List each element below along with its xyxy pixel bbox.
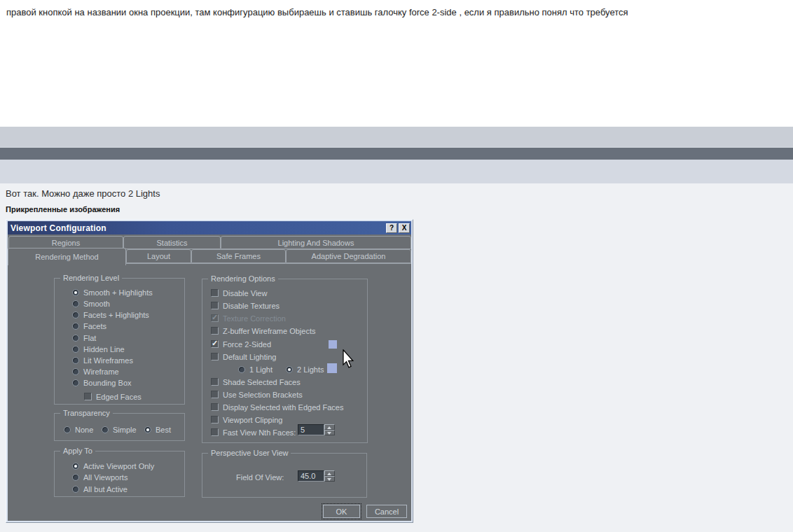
ok-button[interactable]: OK (323, 505, 360, 518)
viewport-configuration-dialog: Viewport Configuration ? X Regions Stati… (6, 219, 413, 523)
radio-wireframe[interactable]: Wireframe (72, 367, 119, 376)
radio-icon (72, 474, 79, 481)
post-separator-bar (0, 148, 793, 160)
radio-all-but-active[interactable]: All but Active (72, 484, 127, 493)
spinner-up-icon[interactable] (324, 424, 335, 430)
checkbox-use-selection-brackets[interactable]: Use Selection Brackets (211, 390, 303, 399)
radio-transparency-simple[interactable]: Simple (102, 425, 137, 434)
checkbox-disable-view[interactable]: Disable View (211, 288, 267, 298)
checkbox-icon (211, 391, 219, 398)
tab-statistics[interactable]: Statistics (123, 236, 221, 249)
checkbox-disable-textures[interactable]: Disable Textures (211, 301, 280, 310)
fast-view-spinner (324, 424, 335, 435)
radio-facets-highlights[interactable]: Facets + Highlights (72, 310, 149, 319)
dialog-titlebar[interactable]: Viewport Configuration ? X (8, 221, 411, 234)
radio-transparency-best[interactable]: Best (144, 425, 171, 434)
checkbox-edged-faces[interactable]: Edged Faces (84, 392, 142, 401)
radio-label: Smooth (83, 300, 110, 308)
post-header-bar: 17/12/2008, 12:06 (0, 160, 793, 183)
radio-label: None (75, 426, 93, 434)
radio-all-viewports[interactable]: All Viewports (72, 472, 127, 482)
radio-smooth[interactable]: Smooth (72, 299, 110, 308)
radio-active-viewport-only[interactable]: Active Viewport Only (72, 461, 154, 470)
checkbox-fast-view-nth-faces[interactable]: Fast View Nth Faces: (211, 428, 296, 437)
field-of-view-input[interactable] (298, 470, 324, 482)
checkbox-icon (211, 289, 219, 297)
radio-icon (72, 346, 79, 353)
checkbox-default-lighting[interactable]: Default Lighting (211, 352, 276, 361)
tab-adaptive-degradation[interactable]: Adaptive Degradation (286, 249, 411, 263)
radio-smooth-highlights[interactable]: Smooth + Highlights (72, 288, 153, 297)
radio-label: Facets + Highlights (83, 311, 149, 319)
radio-icon (72, 379, 79, 386)
rendering-options-group-label: Rendering Options (208, 274, 278, 284)
spinner-up-icon[interactable] (324, 470, 335, 476)
tab-rendering-method[interactable]: Rendering Method (8, 248, 126, 265)
radio-2-lights[interactable]: 2 Lights (286, 365, 324, 374)
checkbox-label: Viewport Clipping (223, 416, 282, 424)
radio-facets[interactable]: Facets (72, 321, 106, 330)
close-button[interactable]: X (399, 223, 410, 233)
checkbox-icon (211, 428, 219, 436)
checkbox-icon (211, 340, 219, 348)
cancel-button[interactable]: Cancel (366, 505, 407, 518)
post-text: правой кнопкой на названии окна проекции… (6, 6, 777, 18)
radio-bounding-box[interactable]: Bounding Box (72, 378, 132, 387)
radio-label: All but Active (83, 485, 127, 493)
tab-lighting-and-shadows[interactable]: Lighting And Shadows (221, 236, 411, 249)
tab-safe-frames[interactable]: Safe Frames (191, 249, 286, 263)
checkbox-icon (84, 393, 92, 400)
radio-label: 2 Lights (297, 365, 324, 374)
checkbox-label: Texture Correction (223, 314, 286, 323)
tab-layout[interactable]: Layout (126, 249, 191, 263)
checkbox-display-selected-with-edged-faces[interactable]: Display Selected with Edged Faces (211, 402, 343, 412)
field-of-view-label: Field Of View: (236, 472, 284, 482)
fast-view-nth-faces-input[interactable] (298, 424, 324, 435)
checkbox-icon (211, 378, 219, 386)
checkbox-icon (211, 327, 219, 335)
radio-icon (72, 486, 79, 493)
radio-icon (72, 323, 79, 330)
dialog-title: Viewport Configuration (11, 223, 385, 233)
spinner-down-icon[interactable] (324, 476, 335, 482)
checkbox-icon (211, 416, 219, 424)
checkbox-shade-selected-faces[interactable]: Shade Selected Faces (211, 377, 301, 386)
checkbox-icon (211, 403, 219, 411)
radio-icon (72, 368, 79, 375)
radio-icon (102, 426, 109, 433)
transparency-group-label: Transparency (60, 409, 113, 418)
checkbox-viewport-clipping[interactable]: Viewport Clipping (211, 415, 282, 424)
radio-hidden-line[interactable]: Hidden Line (72, 344, 125, 354)
spinner-down-icon[interactable] (324, 430, 335, 435)
checkbox-icon (211, 302, 219, 309)
radio-icon (238, 366, 245, 373)
checkbox-label: Fast View Nth Faces: (223, 428, 296, 437)
checkbox-icon (211, 314, 219, 322)
checkbox-label: Edged Faces (96, 393, 142, 401)
checkbox-label: Disable Textures (223, 302, 280, 310)
radio-label: Best (156, 426, 171, 434)
mouse-cursor-icon (342, 349, 354, 369)
help-button[interactable]: ? (386, 223, 397, 233)
highlight-marker-force-2-sided (329, 340, 337, 349)
checkbox-zbuffer-wireframe-objects[interactable]: Z-buffer Wireframe Objects (211, 326, 315, 335)
radio-transparency-none[interactable]: None (64, 425, 93, 434)
field-of-view-spinner (324, 470, 335, 482)
post-previous: правой кнопкой на названии окна проекции… (0, 0, 793, 127)
checkbox-force-2-sided[interactable]: Force 2-Sided (211, 340, 271, 349)
radio-1-light[interactable]: 1 Light (238, 365, 273, 374)
radio-lit-wireframes[interactable]: Lit Wireframes (72, 356, 133, 365)
post-body-text: Вот так. Можно даже просто 2 Lights (6, 188, 160, 199)
checkbox-texture-correction: Texture Correction (211, 314, 286, 323)
radio-icon (72, 335, 79, 342)
radio-label: Lit Wireframes (83, 356, 133, 365)
radio-label: Wireframe (83, 368, 119, 376)
radio-icon (286, 366, 293, 373)
radio-label: Active Viewport Only (83, 462, 154, 470)
radio-label: Facets (83, 322, 106, 330)
radio-flat[interactable]: Flat (72, 333, 96, 342)
attachments-label: Прикрепленные изображения (6, 205, 120, 214)
perspective-user-view-group: Perspective User View (202, 453, 367, 498)
forum-page: правой кнопкой на названии окна проекции… (0, 0, 793, 532)
highlight-marker-2-lights (327, 363, 337, 373)
